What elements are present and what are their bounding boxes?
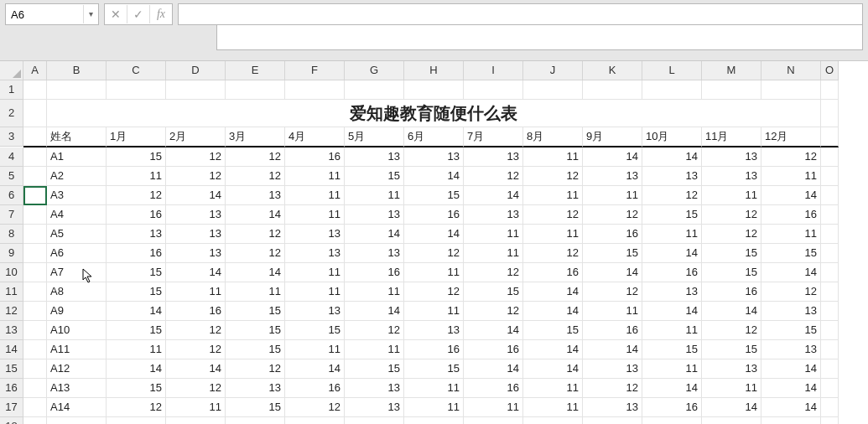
data-cell[interactable]: 15 bbox=[226, 398, 285, 417]
data-cell[interactable]: 16 bbox=[345, 263, 404, 282]
cell[interactable] bbox=[23, 205, 47, 225]
data-cell[interactable]: 12 bbox=[583, 205, 642, 225]
data-cell[interactable]: 16 bbox=[285, 147, 345, 167]
column-header[interactable]: H bbox=[404, 61, 464, 80]
data-cell[interactable]: 15 bbox=[702, 340, 761, 359]
data-cell[interactable]: 14 bbox=[702, 398, 761, 417]
data-cell[interactable]: 12 bbox=[166, 167, 226, 186]
data-cell[interactable]: 12 bbox=[702, 225, 761, 244]
table-column-header[interactable]: 10月 bbox=[642, 127, 702, 147]
column-header[interactable]: C bbox=[107, 61, 166, 80]
enter-icon[interactable]: ✓ bbox=[127, 5, 149, 23]
cell[interactable] bbox=[345, 80, 404, 100]
data-cell[interactable]: 13 bbox=[464, 205, 523, 225]
data-cell[interactable]: 15 bbox=[107, 263, 166, 282]
cell[interactable] bbox=[821, 263, 839, 282]
data-cell[interactable]: 11 bbox=[285, 205, 345, 225]
data-cell[interactable]: 14 bbox=[166, 263, 226, 282]
cell[interactable] bbox=[583, 417, 642, 424]
data-cell[interactable]: 11 bbox=[404, 379, 464, 398]
data-cell[interactable]: 13 bbox=[702, 167, 761, 186]
column-header[interactable]: A bbox=[23, 61, 47, 80]
row-name-cell[interactable]: A4 bbox=[47, 205, 107, 225]
cell[interactable] bbox=[583, 80, 642, 100]
data-cell[interactable]: 12 bbox=[226, 225, 285, 244]
data-cell[interactable]: 13 bbox=[583, 167, 642, 186]
data-cell[interactable]: 14 bbox=[761, 398, 821, 417]
row-name-cell[interactable]: A10 bbox=[47, 321, 107, 340]
cell[interactable] bbox=[821, 100, 839, 127]
cell[interactable] bbox=[23, 100, 47, 127]
data-cell[interactable]: 14 bbox=[345, 302, 404, 321]
data-cell[interactable]: 14 bbox=[642, 379, 702, 398]
cell[interactable] bbox=[107, 417, 166, 424]
data-cell[interactable]: 16 bbox=[107, 244, 166, 263]
data-cell[interactable]: 12 bbox=[107, 186, 166, 205]
data-cell[interactable]: 11 bbox=[107, 340, 166, 359]
data-cell[interactable]: 11 bbox=[642, 321, 702, 340]
data-cell[interactable]: 12 bbox=[404, 244, 464, 263]
data-cell[interactable]: 13 bbox=[642, 167, 702, 186]
data-cell[interactable]: 15 bbox=[404, 359, 464, 379]
data-cell[interactable]: 12 bbox=[761, 282, 821, 302]
data-cell[interactable]: 12 bbox=[523, 205, 583, 225]
column-header[interactable]: G bbox=[345, 61, 404, 80]
table-column-header[interactable]: 11月 bbox=[702, 127, 761, 147]
cell[interactable] bbox=[166, 417, 226, 424]
data-cell[interactable]: 14 bbox=[642, 147, 702, 167]
data-cell[interactable]: 15 bbox=[107, 321, 166, 340]
data-cell[interactable]: 12 bbox=[166, 147, 226, 167]
data-cell[interactable]: 13 bbox=[285, 302, 345, 321]
data-cell[interactable]: 13 bbox=[166, 205, 226, 225]
data-cell[interactable]: 12 bbox=[583, 282, 642, 302]
data-cell[interactable]: 12 bbox=[523, 167, 583, 186]
data-cell[interactable]: 13 bbox=[345, 244, 404, 263]
cell[interactable] bbox=[285, 417, 345, 424]
data-cell[interactable]: 11 bbox=[642, 225, 702, 244]
data-cell[interactable]: 15 bbox=[226, 321, 285, 340]
data-cell[interactable]: 13 bbox=[166, 225, 226, 244]
data-cell[interactable]: 15 bbox=[107, 147, 166, 167]
data-cell[interactable]: 14 bbox=[702, 302, 761, 321]
cell[interactable] bbox=[23, 302, 47, 321]
data-cell[interactable]: 14 bbox=[107, 359, 166, 379]
data-cell[interactable]: 15 bbox=[642, 205, 702, 225]
data-cell[interactable]: 12 bbox=[166, 321, 226, 340]
cell[interactable] bbox=[523, 417, 583, 424]
row-name-cell[interactable]: A1 bbox=[47, 147, 107, 167]
data-cell[interactable]: 11 bbox=[583, 302, 642, 321]
cell[interactable] bbox=[47, 417, 107, 424]
data-cell[interactable]: 11 bbox=[523, 147, 583, 167]
cell[interactable] bbox=[821, 321, 839, 340]
data-cell[interactable]: 11 bbox=[226, 282, 285, 302]
data-cell[interactable]: 12 bbox=[345, 321, 404, 340]
data-cell[interactable]: 14 bbox=[464, 359, 523, 379]
data-cell[interactable]: 13 bbox=[345, 379, 404, 398]
data-cell[interactable]: 12 bbox=[523, 244, 583, 263]
cell[interactable] bbox=[345, 417, 404, 424]
cell[interactable] bbox=[23, 263, 47, 282]
cell[interactable] bbox=[821, 80, 839, 100]
row-name-cell[interactable]: A6 bbox=[47, 244, 107, 263]
data-cell[interactable]: 15 bbox=[583, 244, 642, 263]
data-cell[interactable]: 15 bbox=[345, 167, 404, 186]
data-cell[interactable]: 11 bbox=[285, 167, 345, 186]
cell[interactable] bbox=[821, 417, 839, 424]
data-cell[interactable]: 11 bbox=[523, 398, 583, 417]
data-cell[interactable]: 13 bbox=[226, 379, 285, 398]
row-header[interactable]: 8 bbox=[0, 225, 23, 244]
formula-input[interactable] bbox=[179, 4, 868, 24]
cell[interactable] bbox=[23, 147, 47, 167]
table-column-header[interactable]: 8月 bbox=[523, 127, 583, 147]
data-cell[interactable]: 11 bbox=[523, 379, 583, 398]
data-cell[interactable]: 13 bbox=[345, 147, 404, 167]
cell[interactable] bbox=[166, 80, 226, 100]
row-header[interactable]: 14 bbox=[0, 340, 23, 359]
data-cell[interactable]: 11 bbox=[345, 282, 404, 302]
cell[interactable] bbox=[23, 321, 47, 340]
cell[interactable] bbox=[23, 282, 47, 302]
data-cell[interactable]: 16 bbox=[523, 263, 583, 282]
data-cell[interactable]: 11 bbox=[761, 225, 821, 244]
data-cell[interactable]: 11 bbox=[761, 167, 821, 186]
cell[interactable] bbox=[821, 302, 839, 321]
